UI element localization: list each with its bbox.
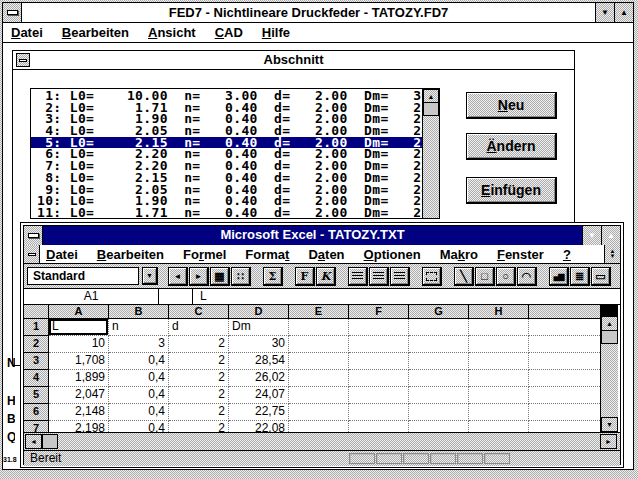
column-header-e[interactable]: E bbox=[289, 305, 349, 319]
column-header-d[interactable]: D bbox=[229, 305, 289, 319]
cell-partial-3[interactable] bbox=[529, 353, 604, 370]
cell-f3[interactable] bbox=[349, 353, 409, 370]
column-header-h[interactable]: H bbox=[469, 305, 529, 319]
button-button[interactable]: ▭ bbox=[591, 267, 611, 286]
horizontal-scrollbar[interactable]: ◄ ► bbox=[24, 432, 620, 450]
cell-h4[interactable] bbox=[469, 370, 529, 387]
cell-g7[interactable] bbox=[409, 421, 469, 432]
cell-c7[interactable]: 2 bbox=[169, 421, 229, 432]
menu-item-makro[interactable]: Makro bbox=[440, 247, 478, 262]
cell-e7[interactable] bbox=[289, 421, 349, 432]
cell-h2[interactable] bbox=[469, 336, 529, 353]
cell-b4[interactable]: 0,4 bbox=[109, 370, 169, 387]
cell-e6[interactable] bbox=[289, 404, 349, 421]
cell-h5[interactable] bbox=[469, 387, 529, 404]
cell-a2[interactable]: 10 bbox=[49, 336, 109, 353]
formula-bar-content[interactable]: L bbox=[193, 289, 207, 304]
cell-partial-5[interactable] bbox=[529, 387, 604, 404]
einf-gen-button[interactable]: Einfügen bbox=[466, 177, 557, 204]
scrollbar-thumb[interactable] bbox=[601, 331, 618, 344]
column-header-c[interactable]: C bbox=[169, 305, 229, 319]
cell-f7[interactable] bbox=[349, 421, 409, 432]
cell-b5[interactable]: 0,4 bbox=[109, 387, 169, 404]
cell-h3[interactable] bbox=[469, 353, 529, 370]
menu-item-optionen[interactable]: Optionen bbox=[364, 247, 421, 262]
bold-button[interactable]: F bbox=[295, 267, 315, 286]
row-header-4[interactable]: 4 bbox=[24, 370, 49, 387]
cell-partial-4[interactable] bbox=[529, 370, 604, 387]
italic-button[interactable]: K bbox=[316, 267, 336, 286]
scroll-right-button[interactable]: ► bbox=[600, 434, 617, 449]
menu-item-bearbeiten[interactable]: Bearbeiten bbox=[62, 25, 129, 40]
cell-a4[interactable]: 1,899 bbox=[49, 370, 109, 387]
fed7-maximize-button[interactable]: ▲ bbox=[614, 3, 633, 22]
menu-item-hilfe[interactable]: Hilfe bbox=[262, 25, 290, 40]
arc-button[interactable]: ◠ bbox=[517, 267, 537, 286]
cell-f5[interactable] bbox=[349, 387, 409, 404]
style-dropdown-button[interactable]: ▼ bbox=[142, 267, 158, 285]
scrollbar-thumb[interactable] bbox=[423, 103, 439, 116]
menu-item-bearbeiten[interactable]: Bearbeiten bbox=[97, 247, 164, 262]
row-header-7[interactable]: 7 bbox=[24, 421, 49, 432]
cell-e5[interactable] bbox=[289, 387, 349, 404]
menu-item-ansicht[interactable]: Ansicht bbox=[148, 25, 196, 40]
select-all-corner[interactable] bbox=[24, 305, 49, 319]
row-header-6[interactable]: 6 bbox=[24, 404, 49, 421]
column-header-b[interactable]: B bbox=[109, 305, 169, 319]
cell-reference-box[interactable]: A1 bbox=[24, 289, 159, 304]
textbox-button[interactable]: ≣ bbox=[570, 267, 590, 286]
cell-c6[interactable]: 2 bbox=[169, 404, 229, 421]
cell-b6[interactable]: 0,4 bbox=[109, 404, 169, 421]
scroll-down-button[interactable]: ▼ bbox=[601, 417, 618, 432]
cell-h1[interactable] bbox=[469, 319, 529, 336]
neu-button[interactable]: Neu bbox=[466, 92, 557, 119]
scroll-left-button[interactable]: ◄ bbox=[25, 434, 42, 449]
menu-item-formel[interactable]: Formel bbox=[183, 247, 226, 262]
outline-button[interactable]: ∷ bbox=[231, 267, 251, 286]
cell-f4[interactable] bbox=[349, 370, 409, 387]
cell-a3[interactable]: 1,708 bbox=[49, 353, 109, 370]
cell-g4[interactable] bbox=[409, 370, 469, 387]
cell-b1[interactable]: n bbox=[109, 319, 169, 336]
cell-g1[interactable] bbox=[409, 319, 469, 336]
cell-b3[interactable]: 0,4 bbox=[109, 353, 169, 370]
cell-b7[interactable]: 0,4 bbox=[109, 421, 169, 432]
line-button[interactable]: ╲ bbox=[454, 267, 474, 286]
cell-partial-1[interactable] bbox=[529, 319, 604, 336]
fed7-minimize-button[interactable]: ▼ bbox=[595, 3, 614, 22]
menu-item-datei[interactable]: Datei bbox=[11, 25, 43, 40]
cell-partial-6[interactable] bbox=[529, 404, 604, 421]
menu-item-format[interactable]: Format bbox=[245, 247, 289, 262]
row-header-1[interactable]: 1 bbox=[24, 319, 49, 336]
menu-item-cad[interactable]: CAD bbox=[215, 25, 243, 40]
cell-a7[interactable]: 2,198 bbox=[49, 421, 109, 432]
rectangle-button[interactable]: □ bbox=[475, 267, 495, 286]
fed7-control-menu-button[interactable] bbox=[3, 3, 22, 22]
excel-maximize-button[interactable]: ▲ bbox=[601, 226, 620, 245]
cell-a1[interactable]: L bbox=[49, 319, 109, 336]
excel-minimize-button[interactable]: ▼ bbox=[582, 226, 601, 245]
column-header-a[interactable]: A bbox=[49, 305, 109, 319]
document-restore-button[interactable]: ▲ ▼ bbox=[604, 245, 620, 263]
row-header-5[interactable]: 5 bbox=[24, 387, 49, 404]
cell-d5[interactable]: 24,07 bbox=[229, 387, 289, 404]
align-left-button[interactable] bbox=[348, 267, 368, 286]
oval-button[interactable]: ○ bbox=[496, 267, 516, 286]
cell-e3[interactable] bbox=[289, 353, 349, 370]
cell-g2[interactable] bbox=[409, 336, 469, 353]
cell-d1[interactable]: Dm bbox=[229, 319, 289, 336]
style-combobox[interactable]: Standard bbox=[27, 267, 139, 285]
menu-item-daten[interactable]: Daten bbox=[308, 247, 344, 262]
cell-d4[interactable]: 26,02 bbox=[229, 370, 289, 387]
document-control-menu-button[interactable] bbox=[24, 245, 40, 263]
row-header-2[interactable]: 2 bbox=[24, 336, 49, 353]
abschnitt-control-menu-button[interactable] bbox=[16, 53, 30, 67]
cell-c3[interactable]: 2 bbox=[169, 353, 229, 370]
abschnitt-listbox[interactable]: 1: L0= 10.00 n= 3.00 d= 2.00 Dm= 30.0 2:… bbox=[30, 88, 440, 219]
menu-item-help[interactable]: ? bbox=[563, 247, 571, 262]
chart-button[interactable]: ▄▆ bbox=[549, 267, 569, 286]
menu-item-fenster[interactable]: Fenster bbox=[497, 247, 544, 262]
excel-control-menu-button[interactable] bbox=[24, 226, 43, 245]
vertical-scrollbar[interactable]: ▲ ▼ bbox=[600, 305, 618, 432]
list-item[interactable]: 11: L0= 1.71 n= 0.40 d= 2.00 Dm= 28.5 bbox=[31, 207, 422, 219]
